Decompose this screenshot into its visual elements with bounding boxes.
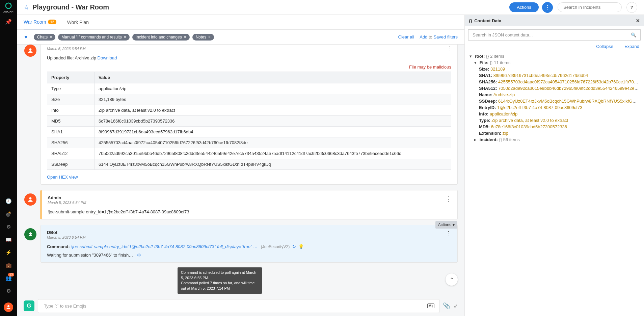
history-icon[interactable]: 🕘 bbox=[0, 197, 17, 205]
star-icon[interactable]: ☆ bbox=[24, 4, 29, 11]
table-row: SSDeep6144:OylJz0ET4rzJxvM5oBcqch15GWhPu… bbox=[47, 159, 451, 170]
entry-menu-icon[interactable]: ⋮ bbox=[446, 230, 451, 237]
tab-label: War Room bbox=[24, 19, 46, 25]
cell-property: SHA256 bbox=[47, 137, 95, 148]
search-input[interactable] bbox=[558, 2, 622, 12]
add-filter-link[interactable]: Add bbox=[420, 34, 427, 40]
actions-button[interactable]: Actions bbox=[509, 2, 539, 12]
expand-link[interactable]: Expand bbox=[624, 44, 639, 49]
close-icon[interactable]: ✕ bbox=[636, 18, 640, 23]
attachment-icon[interactable]: 📎 bbox=[443, 302, 450, 310]
braces-icon: {} bbox=[469, 18, 472, 23]
grammarly-icon[interactable]: G bbox=[24, 300, 34, 311]
chip-remove-icon[interactable]: × bbox=[184, 35, 186, 40]
context-search-input[interactable]: Search in JSON context data... 🔍 bbox=[468, 29, 641, 41]
bomb-icon[interactable]: 💣 bbox=[0, 210, 17, 218]
polling-tooltip: Command is scheduled to poll again at Ma… bbox=[178, 267, 262, 294]
tree-leaf[interactable]: SHA1: 8f99967d3919731cb6ea493ecd57962d17… bbox=[469, 72, 639, 79]
cell-value: Zip archive data, at least v2.0 to extra… bbox=[95, 105, 451, 116]
dbot-entry-card: Actions ▾ DBot March 5, 2023 6:54 PM ⋮ C… bbox=[41, 225, 458, 263]
filter-to-label: to bbox=[429, 34, 432, 40]
xsoar-logo[interactable]: XSOAR bbox=[0, 0, 17, 15]
table-row: SHA256425555703cd4aac0f972ca40540710256f… bbox=[47, 137, 451, 148]
context-title: Context Data bbox=[474, 18, 501, 23]
caret-down-icon: ▾ bbox=[474, 60, 478, 65]
tree-leaf[interactable]: MD5: 6c78e166f8c01039cbd5b27390572336 bbox=[469, 124, 639, 130]
table-row: Size321,189 bytes bbox=[47, 94, 451, 105]
open-hex-link[interactable]: Open HEX view bbox=[47, 175, 78, 180]
tree-leaf[interactable]: Type: Zip archive data, at least v2.0 to… bbox=[469, 117, 639, 124]
war-room-feed: March 5, 2023 6:54 PM ⋮ Uploaded file: A… bbox=[17, 45, 464, 296]
command-label: Command: bbox=[47, 244, 71, 249]
tree-node-incident[interactable]: ▸ incident: {} 56 items bbox=[469, 136, 639, 143]
briefcase-icon[interactable]: 💼 bbox=[0, 261, 17, 269]
entry-user: Admin bbox=[48, 195, 86, 200]
table-row: SHA18f99967d3919731cb6ea493ecd57962d17fb… bbox=[47, 127, 451, 137]
entry-timestamp: March 5, 2023 6:54 PM bbox=[47, 235, 85, 239]
chip-remove-icon[interactable]: × bbox=[208, 35, 211, 40]
tab-work-plan[interactable]: Work Plan bbox=[67, 16, 89, 29]
users-icon[interactable]: 👥13 bbox=[0, 274, 17, 282]
user-avatar[interactable] bbox=[4, 302, 13, 312]
cell-value: 425555703cd4aac0f972ca40540710256fd76722… bbox=[95, 137, 451, 148]
svg-point-2 bbox=[29, 48, 32, 51]
cell-property: Size bbox=[47, 94, 95, 105]
message-input[interactable]: Type `:` to use Emojis M↓ bbox=[38, 299, 439, 313]
cell-value: 8f99967d3919731cb6ea493ecd57962d17fb6db4 bbox=[95, 127, 451, 137]
entry-timestamp: March 5, 2023 6:54 PM bbox=[48, 201, 86, 205]
clear-all-link[interactable]: Clear all bbox=[398, 34, 414, 40]
scroll-top-button[interactable]: ⌃ bbox=[446, 273, 458, 286]
help-button[interactable]: ? bbox=[626, 2, 637, 13]
caret-down-icon: ▾ bbox=[469, 54, 474, 59]
spinner-icon: ⚙ bbox=[137, 253, 141, 258]
entry-timestamp: March 5, 2023 6:54 PM bbox=[47, 47, 451, 51]
filter-chip[interactable]: Incident info and changes× bbox=[132, 34, 190, 41]
malicious-warning: File may be malicious bbox=[47, 64, 451, 70]
collapse-link[interactable]: Collapse bbox=[596, 44, 613, 49]
book-icon[interactable]: 📖 bbox=[0, 236, 17, 244]
tab-war-room[interactable]: War Room 12 bbox=[24, 15, 56, 29]
bolt-icon[interactable]: ⚡ bbox=[0, 248, 17, 257]
tree-leaf[interactable]: Extension: zip bbox=[469, 130, 639, 136]
chip-remove-icon[interactable]: × bbox=[124, 35, 126, 40]
entry-menu-icon[interactable]: ⋮ bbox=[447, 45, 453, 52]
cell-value: 6c78e166f8c01039cbd5b27390572336 bbox=[95, 116, 451, 127]
tree-leaf[interactable]: Size: 321189 bbox=[469, 66, 639, 72]
cell-property: SHA512 bbox=[47, 148, 95, 159]
filter-icon[interactable]: ▼ bbox=[24, 34, 28, 40]
gear-icon[interactable]: ⚙ bbox=[0, 287, 17, 295]
sliders-icon[interactable]: ⚙ bbox=[0, 223, 17, 231]
tab-badge: 12 bbox=[48, 20, 56, 24]
svg-point-0 bbox=[6, 3, 11, 8]
waiting-text: Waiting for submission "3097466" to fini… bbox=[47, 253, 133, 258]
filter-chip[interactable]: Chats× bbox=[34, 34, 55, 41]
tree-node-root[interactable]: ▾ root: {} 2 items bbox=[469, 53, 639, 59]
more-button[interactable]: ⋮ bbox=[542, 2, 553, 13]
tree-node-file[interactable]: ▾ File: {} 11 items bbox=[469, 59, 639, 66]
tree-leaf[interactable]: SHA512: 7050d2ad992ca3015e9bbb46db72965f… bbox=[469, 85, 639, 91]
chevron-down-icon: ▾ bbox=[453, 222, 455, 227]
markdown-icon[interactable]: M↓ bbox=[427, 304, 434, 308]
chip-remove-icon[interactable]: × bbox=[50, 35, 52, 40]
search-icon: 🔍 bbox=[631, 32, 636, 37]
context-header: {} Context Data ✕ bbox=[465, 15, 644, 26]
refresh-icon[interactable]: ↻ bbox=[292, 244, 296, 249]
bulb-icon[interactable]: 💡 bbox=[298, 244, 304, 249]
tree-leaf[interactable]: SHA256: 425555703cd4aac0f972ca4054071025… bbox=[469, 79, 639, 85]
download-link[interactable]: Download bbox=[98, 55, 117, 60]
pin-icon[interactable]: 📌 bbox=[0, 15, 17, 28]
tree-leaf[interactable]: Info: application/zip bbox=[469, 111, 639, 117]
expand-icon[interactable]: ⤢ bbox=[454, 303, 458, 309]
left-nav-rail: XSOAR 📌 🕘 💣 ⚙ 📖 ⚡ 💼 👥13 ⚙ bbox=[0, 0, 17, 316]
tree-leaf[interactable]: EntryID: 1@e2bc2eff-f3b7-4a74-8087-09ac8… bbox=[469, 104, 639, 111]
table-row: SHA5127050d2ad992ca3015e9bbb46db72965f80… bbox=[47, 148, 451, 159]
entry-actions-dropdown[interactable]: Actions ▾ bbox=[435, 221, 457, 229]
tree-leaf[interactable]: Name: Archive.zip bbox=[469, 91, 639, 98]
tree-leaf[interactable]: SSDeep: 6144:OylJz0ET4rzJxvM5oBcqch15GWh… bbox=[469, 98, 639, 104]
svg-point-1 bbox=[7, 305, 9, 307]
filter-chip[interactable]: Notes× bbox=[192, 34, 214, 41]
entry-menu-icon[interactable]: ⋮ bbox=[446, 195, 451, 203]
user-avatar-icon bbox=[24, 45, 36, 57]
filter-chip[interactable]: Manual "!" commands and results× bbox=[58, 34, 130, 41]
saved-filters-link[interactable]: Saved filters bbox=[433, 34, 458, 40]
